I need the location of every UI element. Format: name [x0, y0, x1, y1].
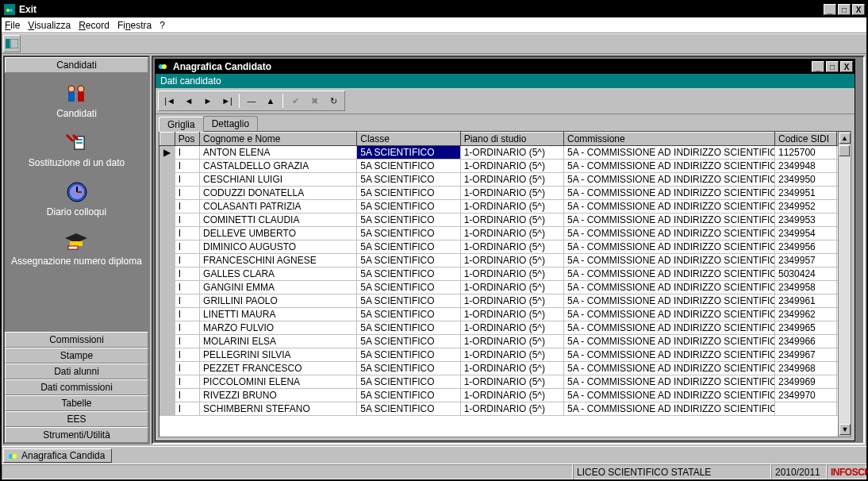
cell-piano[interactable]: 1-ORDINARIO (5^) — [460, 146, 563, 160]
cell-pos[interactable]: I — [175, 308, 199, 321]
scroll-thumb[interactable] — [839, 145, 850, 156]
table-row[interactable]: ICOLASANTI PATRIZIA5A SCIENTIFICO1-ORDIN… — [160, 200, 851, 214]
menu-finestra[interactable]: Finestra — [117, 20, 152, 31]
col-pos[interactable]: Pos — [175, 133, 199, 146]
sidebar-button-stampe[interactable]: Stampe — [5, 348, 148, 364]
cell-piano[interactable]: 1-ORDINARIO (5^) — [460, 281, 563, 294]
cell-comm[interactable]: 5A - COMMISSIONE AD INDIRIZZO SCIENTIFIC… — [564, 173, 775, 187]
cell-pos[interactable]: I — [175, 389, 199, 402]
cell-pos[interactable]: I — [175, 402, 199, 416]
cell-comm[interactable]: 5A - COMMISSIONE AD INDIRIZZO SCIENTIFIC… — [564, 267, 775, 281]
nav-first-button[interactable]: |◄ — [160, 93, 179, 109]
sidebar-button-ees[interactable]: EES — [5, 411, 148, 427]
cell-comm[interactable]: 5A - COMMISSIONE AD INDIRIZZO SCIENTIFIC… — [564, 335, 775, 348]
cell-classe[interactable]: 5A SCIENTIFICO — [357, 348, 460, 362]
cell-pos[interactable]: I — [175, 348, 199, 362]
cell-nome[interactable]: GANGINI EMMA — [200, 281, 357, 294]
cell-comm[interactable]: 5A - COMMISSIONE AD INDIRIZZO SCIENTIFIC… — [564, 240, 775, 254]
cell-sidi[interactable]: 2349967 — [775, 348, 837, 362]
cell-nome[interactable]: SCHIMBERNI STEFANO — [200, 402, 357, 416]
col-commissione[interactable]: Commissione — [564, 133, 775, 146]
table-row[interactable]: ILINETTI MAURA5A SCIENTIFICO1-ORDINARIO … — [160, 308, 851, 321]
cell-comm[interactable]: 5A - COMMISSIONE AD INDIRIZZO SCIENTIFIC… — [564, 160, 775, 173]
cell-nome[interactable]: ANTON ELENA — [200, 146, 357, 160]
table-row[interactable]: IDELLEVE UMBERTO5A SCIENTIFICO1-ORDINARI… — [160, 227, 851, 240]
table-row[interactable]: IMARZO FULVIO5A SCIENTIFICO1-ORDINARIO (… — [160, 321, 851, 335]
table-row[interactable]: IGALLES CLARA5A SCIENTIFICO1-ORDINARIO (… — [160, 267, 851, 281]
cell-pos[interactable]: I — [175, 321, 199, 335]
maximize-button[interactable]: □ — [838, 4, 851, 15]
cell-comm[interactable]: 5A - COMMISSIONE AD INDIRIZZO SCIENTIFIC… — [564, 375, 775, 389]
table-row[interactable]: IPELLEGRINI SILVIA5A SCIENTIFICO1-ORDINA… — [160, 348, 851, 362]
scroll-track[interactable] — [839, 144, 851, 424]
cell-sidi[interactable]: 2349948 — [775, 160, 837, 173]
cell-classe[interactable]: 5A SCIENTIFICO — [357, 254, 460, 267]
menu-record[interactable]: Record — [79, 20, 109, 31]
cell-pos[interactable]: I — [175, 281, 199, 294]
cell-nome[interactable]: CODUZZI DONATELLA — [200, 187, 357, 200]
cell-comm[interactable]: 5A - COMMISSIONE AD INDIRIZZO SCIENTIFIC… — [564, 214, 775, 227]
close-button[interactable]: X — [852, 4, 865, 15]
table-row[interactable]: ICODUZZI DONATELLA5A SCIENTIFICO1-ORDINA… — [160, 187, 851, 200]
cell-comm[interactable]: 5A - COMMISSIONE AD INDIRIZZO SCIENTIFIC… — [564, 254, 775, 267]
cell-classe[interactable]: 5A SCIENTIFICO — [357, 362, 460, 375]
sidebar-item-candidati[interactable]: Candidati — [56, 81, 97, 119]
insert-button[interactable]: ▲ — [261, 93, 280, 109]
cell-nome[interactable]: COMINETTI CLAUDIA — [200, 214, 357, 227]
cell-nome[interactable]: MOLARINI ELSA — [200, 335, 357, 348]
cell-pos[interactable]: I — [175, 294, 199, 308]
cell-pos[interactable]: I — [175, 362, 199, 375]
col-sidi[interactable]: Codice SIDI — [775, 133, 837, 146]
cell-classe[interactable]: 5A SCIENTIFICO — [357, 214, 460, 227]
cell-piano[interactable]: 1-ORDINARIO (5^) — [460, 173, 563, 187]
cell-sidi[interactable]: 2349953 — [775, 214, 837, 227]
cell-classe[interactable]: 5A SCIENTIFICO — [357, 187, 460, 200]
cell-piano[interactable]: 1-ORDINARIO (5^) — [460, 160, 563, 173]
cell-classe[interactable]: 5A SCIENTIFICO — [357, 308, 460, 321]
child-maximize-button[interactable]: □ — [826, 61, 839, 72]
table-row[interactable]: ▶IANTON ELENA5A SCIENTIFICO1-ORDINARIO (… — [160, 146, 851, 160]
table-row[interactable]: IGANGINI EMMA5A SCIENTIFICO1-ORDINARIO (… — [160, 281, 851, 294]
cell-classe[interactable]: 5A SCIENTIFICO — [357, 240, 460, 254]
cell-piano[interactable]: 1-ORDINARIO (5^) — [460, 308, 563, 321]
cell-classe[interactable]: 5A SCIENTIFICO — [357, 267, 460, 281]
table-row[interactable]: IRIVEZZI BRUNO5A SCIENTIFICO1-ORDINARIO … — [160, 389, 851, 402]
cell-piano[interactable]: 1-ORDINARIO (5^) — [460, 335, 563, 348]
cell-nome[interactable]: PELLEGRINI SILVIA — [200, 348, 357, 362]
cell-classe[interactable]: 5A SCIENTIFICO — [357, 294, 460, 308]
cell-piano[interactable]: 1-ORDINARIO (5^) — [460, 267, 563, 281]
cell-sidi[interactable]: 2349969 — [775, 375, 837, 389]
cell-classe[interactable]: 5A SCIENTIFICO — [357, 200, 460, 214]
refresh-button[interactable]: ↻ — [324, 93, 343, 109]
cell-comm[interactable]: 5A - COMMISSIONE AD INDIRIZZO SCIENTIFIC… — [564, 187, 775, 200]
cell-comm[interactable]: 5A - COMMISSIONE AD INDIRIZZO SCIENTIFIC… — [564, 294, 775, 308]
cell-sidi[interactable]: 2349956 — [775, 240, 837, 254]
table-row[interactable]: ISCHIMBERNI STEFANO5A SCIENTIFICO1-ORDIN… — [160, 402, 851, 416]
cell-sidi[interactable]: 1125700 — [775, 146, 837, 160]
cell-nome[interactable]: MARZO FULVIO — [200, 321, 357, 335]
sidebar-item-sostituzione[interactable]: Sostituzione di un dato — [29, 130, 125, 168]
cell-nome[interactable]: PICCOLOMINI ELENA — [200, 375, 357, 389]
cell-piano[interactable]: 1-ORDINARIO (5^) — [460, 402, 563, 416]
cell-nome[interactable]: CESCHIANI LUIGI — [200, 173, 357, 187]
sidebar-button-dati-alunni[interactable]: Dati alunni — [5, 364, 148, 379]
cell-sidi[interactable]: 2349957 — [775, 254, 837, 267]
cell-classe[interactable]: 5A SCIENTIFICO — [357, 173, 460, 187]
cell-comm[interactable]: 5A - COMMISSIONE AD INDIRIZZO SCIENTIFIC… — [564, 321, 775, 335]
cell-pos[interactable]: I — [175, 146, 199, 160]
cell-piano[interactable]: 1-ORDINARIO (5^) — [460, 240, 563, 254]
post-button[interactable]: ✔ — [286, 93, 305, 109]
cell-pos[interactable]: I — [175, 173, 199, 187]
vertical-scrollbar[interactable]: ▲ ▼ — [838, 132, 851, 437]
cell-comm[interactable]: 5A - COMMISSIONE AD INDIRIZZO SCIENTIFIC… — [564, 389, 775, 402]
cell-sidi[interactable]: 2349966 — [775, 335, 837, 348]
cell-comm[interactable]: 5A - COMMISSIONE AD INDIRIZZO SCIENTIFIC… — [564, 227, 775, 240]
sidebar-header-candidati[interactable]: Candidati — [5, 57, 148, 73]
cell-sidi[interactable]: 2349962 — [775, 308, 837, 321]
cell-nome[interactable]: GALLES CLARA — [200, 267, 357, 281]
cell-classe[interactable]: 5A SCIENTIFICO — [357, 146, 460, 160]
cell-sidi[interactable]: 2349970 — [775, 389, 837, 402]
cell-nome[interactable]: LINETTI MAURA — [200, 308, 357, 321]
menu-visualizza[interactable]: Visualizza — [28, 20, 71, 31]
table-row[interactable]: IPEZZET FRANCESCO5A SCIENTIFICO1-ORDINAR… — [160, 362, 851, 375]
